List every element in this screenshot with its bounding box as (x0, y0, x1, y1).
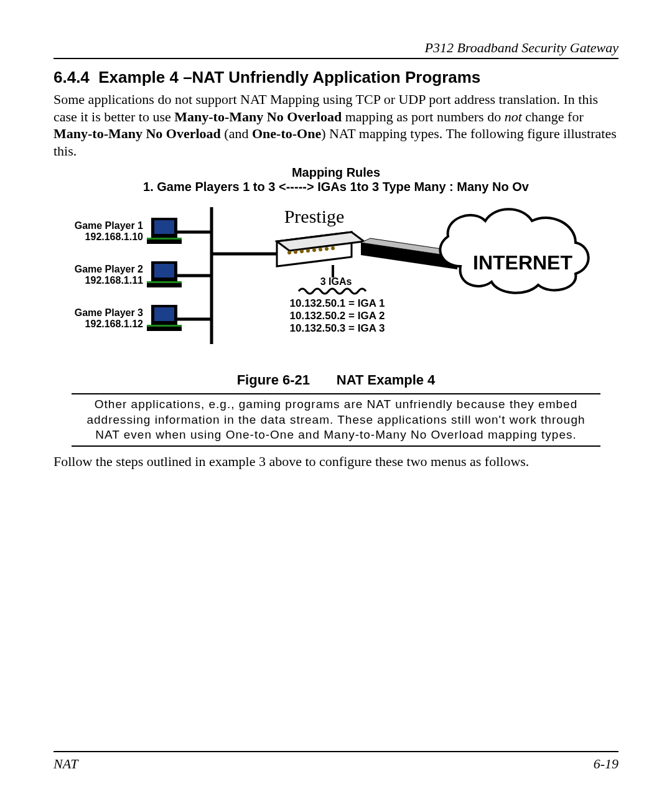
footer-left: NAT (54, 756, 78, 772)
player-2-ip: 192.168.1.11 (85, 275, 144, 286)
prestige-label: Prestige (284, 206, 345, 226)
computer-icon (147, 218, 182, 331)
player-1-ip: 192.168.1.10 (85, 231, 144, 242)
svg-rect-14 (154, 307, 174, 321)
svg-rect-12 (147, 281, 182, 283)
text-italic: not (505, 109, 522, 124)
text-run: (and (221, 126, 252, 141)
text-bold: Many-to-Many No Overload (54, 126, 221, 141)
section-title-text: Example 4 –NAT Unfriendly Application Pr… (98, 68, 480, 86)
player-2-name: Game Player 2 (75, 264, 143, 274)
player-3-ip: 192.168.1.12 (85, 319, 144, 329)
router-icon (277, 232, 364, 266)
figure-block: Mapping Rules 1. Game Players 1 to 3 <--… (54, 165, 618, 447)
text-run: mapping as port numbers do (342, 109, 505, 124)
svg-rect-16 (147, 325, 182, 327)
note-box: Other applications, e.g., gaming program… (72, 393, 600, 447)
text-bold: One-to-One (252, 126, 321, 141)
svg-point-19 (287, 251, 291, 254)
section-heading: 6.4.4 Example 4 –NAT Unfriendly Applicat… (54, 68, 618, 87)
iga-line-2: 10.132.50.2 = IGA 2 (290, 310, 385, 322)
figure-title: NAT Example 4 (337, 372, 436, 388)
svg-point-20 (294, 250, 297, 254)
player-1-name: Game Player 1 (75, 220, 143, 231)
mapping-rules-title: Mapping Rules (54, 165, 618, 180)
follow-paragraph: Follow the steps outlined in example 3 a… (54, 453, 618, 470)
iga-line-3: 10.132.50.3 = IGA 3 (290, 322, 385, 334)
footer-right: 6-19 (594, 756, 618, 772)
svg-point-21 (300, 249, 304, 253)
figure-caption: Figure 6-21 NAT Example 4 (54, 372, 618, 388)
diagram: Game Player 1 192.168.1.10 Game Player 2… (68, 198, 604, 362)
running-header: P312 Broadband Security Gateway (54, 40, 618, 59)
text-bold: Many-to-Many No Overload (174, 109, 342, 124)
page-footer: NAT 6-19 (54, 751, 618, 772)
text-run: change for (522, 109, 584, 124)
svg-point-23 (312, 248, 316, 252)
page: P312 Broadband Security Gateway 6.4.4 Ex… (0, 0, 672, 797)
internet-label: INTERNET (473, 251, 572, 274)
igas-count-label: 3 IGAs (320, 276, 352, 287)
svg-point-25 (325, 247, 329, 251)
mapping-rule-line: 1. Game Players 1 to 3 <-----> IGAs 1to … (54, 180, 618, 194)
svg-point-24 (319, 248, 322, 251)
iga-line-1: 10.132.50.1 = IGA 1 (290, 297, 385, 309)
player-3-name: Game Player 3 (75, 307, 143, 318)
section-number: 6.4.4 (54, 68, 90, 86)
svg-rect-10 (154, 264, 174, 277)
diagram-svg: Game Player 1 192.168.1.10 Game Player 2… (68, 198, 604, 360)
figure-number: Figure 6-21 (237, 372, 310, 388)
intro-paragraph: Some applications do not support NAT Map… (54, 91, 618, 159)
svg-point-26 (331, 246, 335, 250)
svg-rect-8 (147, 238, 182, 240)
svg-rect-6 (154, 220, 174, 234)
svg-point-22 (306, 249, 310, 253)
